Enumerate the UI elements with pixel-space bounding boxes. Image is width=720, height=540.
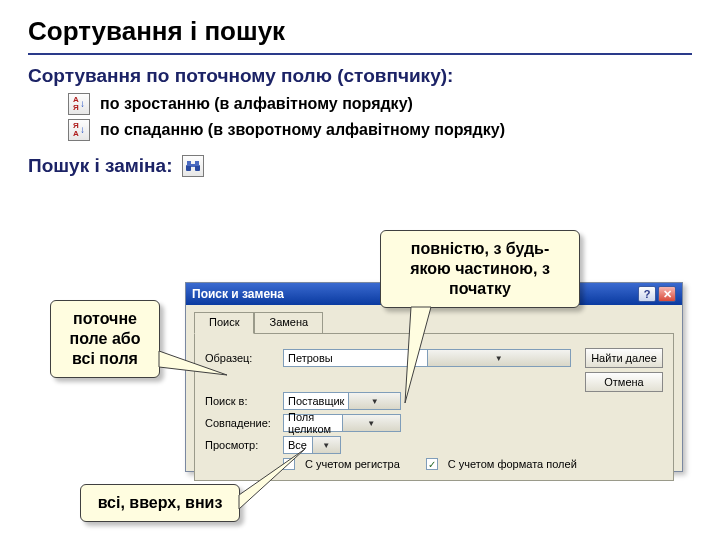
dialog-title: Поиск и замена — [192, 287, 284, 301]
sort-asc-letter-bot: Я — [73, 104, 79, 112]
callout-match: повністю, з будь-якою частиною, з початк… — [380, 230, 580, 308]
tab-search[interactable]: Поиск — [194, 312, 254, 334]
sort-asc-icon[interactable]: А Я ↓ — [68, 93, 90, 115]
sort-desc-letter-bot: А — [73, 130, 79, 138]
svg-marker-6 — [405, 307, 431, 403]
arrow-down-icon: ↓ — [80, 99, 85, 109]
label-match: Совпадение: — [205, 417, 277, 429]
label-direction: Просмотр: — [205, 439, 277, 451]
sort-asc-label: по зростанню (в алфавітному порядку) — [100, 95, 413, 113]
callout-match-text: повністю, з будь-якою частиною, з початк… — [410, 240, 550, 297]
sort-desc-label: по спаданню (в зворотному алфавітному по… — [100, 121, 505, 139]
chevron-down-icon[interactable]: ▼ — [312, 437, 341, 453]
direction-value: Все — [284, 439, 312, 451]
format-label: С учетом формата полей — [448, 458, 577, 470]
page-title: Сортування і пошук — [28, 16, 692, 55]
search-in-combo[interactable]: Поставщик ▼ — [283, 392, 401, 410]
sort-asc-row: А Я ↓ по зростанню (в алфавітному порядк… — [68, 93, 692, 115]
cancel-button[interactable]: Отмена — [585, 372, 663, 392]
callout-field-text: поточне поле або всі поля — [70, 310, 141, 367]
svg-rect-3 — [195, 161, 199, 166]
match-combo[interactable]: Поля целиком ▼ — [283, 414, 401, 432]
svg-marker-5 — [159, 351, 227, 375]
svg-rect-2 — [187, 161, 191, 166]
help-button[interactable]: ? — [638, 286, 656, 302]
callout-field: поточне поле або всі поля — [50, 300, 160, 378]
callout-direction: всі, вверх, вниз — [80, 484, 240, 522]
svg-rect-4 — [191, 164, 195, 167]
search-subtitle: Пошук і заміна: — [28, 155, 172, 177]
find-next-button[interactable]: Найти далее — [585, 348, 663, 368]
arrow-down-icon: ↓ — [80, 125, 85, 135]
sort-desc-icon[interactable]: Я А ↓ — [68, 119, 90, 141]
sort-subtitle: Сортування по поточному полю (стовпчику)… — [28, 65, 692, 87]
search-in-value: Поставщик — [284, 395, 348, 407]
case-label: С учетом регистра — [305, 458, 400, 470]
close-button[interactable]: ✕ — [658, 286, 676, 302]
format-checkbox[interactable]: ✓ — [426, 458, 438, 470]
match-value: Поля целиком — [284, 411, 342, 435]
chevron-down-icon[interactable]: ▼ — [348, 393, 400, 409]
chevron-down-icon[interactable]: ▼ — [342, 415, 401, 431]
callout-direction-text: всі, вверх, вниз — [98, 494, 223, 511]
direction-combo[interactable]: Все ▼ — [283, 436, 341, 454]
binoculars-icon[interactable] — [182, 155, 204, 177]
tab-replace[interactable]: Замена — [254, 312, 323, 334]
sort-desc-row: Я А ↓ по спаданню (в зворотному алфавітн… — [68, 119, 692, 141]
label-search-in: Поиск в: — [205, 395, 277, 407]
